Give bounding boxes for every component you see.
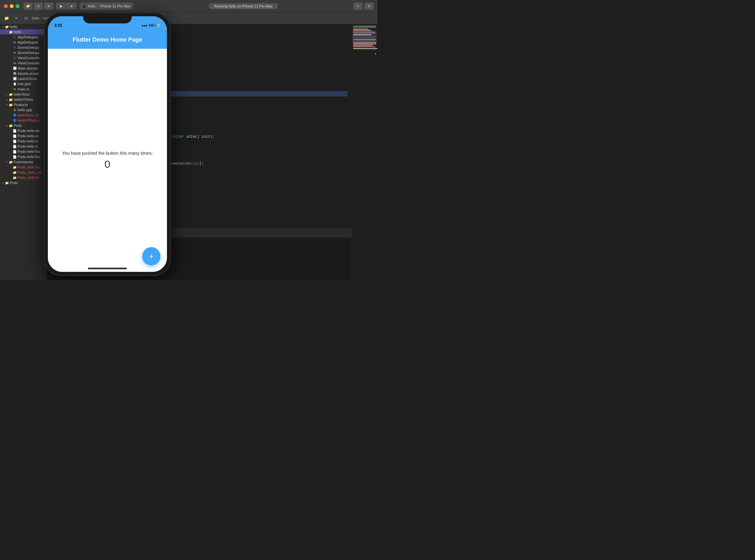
h-file-icon: h: [12, 45, 17, 50]
spacer: [9, 155, 12, 158]
sidebar-item-hellotests-xct[interactable]: 🔵 helloTests.xct: [0, 113, 47, 118]
minimize-button[interactable]: [10, 4, 14, 8]
sidebar-item-appdelegate-m[interactable]: m AppDelegate.: [0, 40, 47, 45]
sidebar-item-viewcontroller-h[interactable]: h ViewControlle: [0, 55, 47, 60]
minimap-line: [353, 48, 377, 49]
close-button[interactable]: [4, 4, 8, 8]
sidebar-label: helloUITests: [14, 98, 33, 101]
minimap-line: [353, 28, 376, 28]
breadcrumb-project[interactable]: hello: [32, 16, 39, 20]
sidebar-item-pods-hello-fra[interactable]: 📁 Pods_hello.fra: [0, 164, 47, 170]
sidebar-label: Pods: [10, 181, 18, 185]
spacer: [9, 134, 12, 138]
sidebar-item-hello-group[interactable]: ▾ 📁 hello: [0, 29, 47, 35]
sidebar-label: ViewControlle: [18, 61, 40, 65]
sidebar-item-hellouitests-xct[interactable]: 🔵 helloUITests.x: [0, 118, 47, 123]
spacer: [9, 140, 12, 143]
sidebar-item-pods-hello-re[interactable]: 📄 Pods-hello.re: [0, 133, 47, 139]
scheme-selector[interactable]: 📱 hello › iPhone 11 Pro Max: [79, 3, 133, 10]
folder-icon: 📁: [12, 175, 17, 180]
sidebar-label: Pods-hello.de: [18, 129, 39, 133]
counter-value: 0: [104, 158, 110, 171]
split-view-button[interactable]: ⊟: [365, 3, 373, 10]
minimap-line: [353, 27, 376, 27]
signal-icon: ●●●: [141, 24, 148, 27]
m-file-icon: m: [12, 40, 17, 44]
traffic-lights: [4, 4, 20, 8]
spacer: [9, 82, 12, 85]
chevron-right-icon: ▸: [1, 181, 4, 184]
sidebar-item-pods-hellote[interactable]: 📁 Pods_helloTe: [0, 175, 47, 180]
hide-icon[interactable]: ✕: [12, 14, 20, 22]
spacer: [9, 145, 12, 148]
sidebar-item-helloapp[interactable]: ⚙ hello.app: [0, 107, 47, 113]
sidebar-item-appdelegate-h[interactable]: h AppDelegate.: [0, 35, 47, 40]
fab-button[interactable]: +: [142, 247, 160, 265]
spacer: [9, 61, 12, 65]
sidebar-item-hello-root[interactable]: ▾ 📁 hello: [0, 24, 47, 29]
sidebar-item-launchscreen[interactable]: ⬜ LaunchScre: [0, 76, 47, 81]
debug-banner: DEBUG: [154, 31, 167, 34]
sidebar-label: Assets.xcass: [18, 72, 38, 76]
toolbar-right: ≡ ⊟: [353, 3, 373, 10]
folder-nav-icon[interactable]: 📁: [3, 14, 11, 22]
sidebar-item-mainstoryboard[interactable]: ⬜ Main.storybo: [0, 66, 47, 71]
folder-icon[interactable]: 📁: [23, 3, 33, 10]
h-file-icon: h: [12, 56, 17, 60]
sidebar-label: Pods_hello.fra: [18, 165, 40, 169]
breadcrumb-sep-1: ›: [41, 16, 42, 20]
sidebar-item-pods-hello-he[interactable]: 📁 Pods_hello_he: [0, 170, 47, 175]
list-view-button[interactable]: ≡: [353, 3, 363, 10]
sidebar-label: helloUITests.x: [18, 118, 40, 122]
sidebar-item-pods-hello-h2[interactable]: 📄 Pods-hello-h: [0, 144, 47, 149]
plist-icon: 📋: [12, 82, 17, 86]
sidebar-item-scenedelegate-m[interactable]: m SceneDelega: [0, 50, 47, 55]
minimap-line: [353, 45, 373, 46]
folder-icon: 📁: [8, 123, 13, 128]
spacer: [9, 171, 12, 174]
folder-icon: 📁: [12, 170, 17, 175]
spacer: [9, 108, 12, 112]
stop-button[interactable]: ■: [66, 3, 77, 10]
sidebar-label: SceneDelega: [18, 45, 39, 49]
sidebar-item-pods-group[interactable]: ▾ 📁 Pods: [0, 123, 47, 128]
sidebar-label-products: Products: [14, 103, 28, 107]
sidebar-item-hellouitests[interactable]: ▸ 📁 helloUITests: [0, 97, 47, 102]
app-icon: ⚙: [12, 108, 17, 112]
minimap-error-dot: [375, 53, 376, 55]
sidebar-item-mainm[interactable]: m main.m: [0, 86, 47, 92]
spacer: [9, 72, 12, 75]
split-icon[interactable]: ⊟: [22, 14, 30, 22]
editor-icon[interactable]: ⊟: [34, 3, 43, 10]
xct-icon: 🔵: [12, 118, 17, 123]
sidebar-item-pods-hellotes1[interactable]: 📄 Pods-helloTes: [0, 149, 47, 154]
sidebar-item-frameworks[interactable]: ▾ 📁 Frameworks: [0, 159, 47, 164]
folder-icon: 📁: [8, 29, 13, 34]
sidebar-label: hello.app: [18, 108, 32, 112]
chevron-down-icon: ▾: [5, 103, 8, 106]
view-icon[interactable]: ⊞: [44, 3, 53, 10]
push-text: You have pushed the button this many tim…: [62, 151, 153, 156]
scheme-name: hello: [88, 4, 95, 8]
spacer: [9, 87, 12, 91]
sidebar-item-scenedelegate-h[interactable]: h SceneDelega: [0, 45, 47, 50]
sidebar-item-pods-hellotes2[interactable]: 📄 Pods-helloTes: [0, 154, 47, 159]
sidebar-item-viewcontroller-m[interactable]: m ViewControlle: [0, 60, 47, 66]
sidebar-item-infoplist[interactable]: 📋 Info.plist: [0, 81, 47, 86]
sidebar-item-hellotests[interactable]: ▸ 📁 helloTests: [0, 92, 47, 97]
chevron-right-icon: ▸: [5, 98, 8, 101]
chevron-down-icon: ▾: [5, 160, 8, 164]
maximize-button[interactable]: [16, 4, 20, 8]
sidebar-item-pods-root[interactable]: ▸ 📁 Pods: [0, 180, 47, 185]
sidebar-item-pods-hello-de[interactable]: 📄 Pods-hello.de: [0, 128, 47, 133]
minimap-line: [353, 26, 376, 26]
sidebar-item-products[interactable]: ▾ 📁 Products: [0, 102, 47, 107]
appbar-title: Flutter Demo Home Page: [73, 36, 142, 43]
spacer: [9, 51, 12, 54]
iphone-appbar: Flutter Demo Home Page DEBUG: [48, 31, 167, 49]
spacer: [9, 129, 12, 132]
status-time: 3:31: [54, 23, 62, 28]
sidebar-item-assets[interactable]: 🎨 Assets.xcass: [0, 71, 47, 76]
run-button[interactable]: ▶: [56, 3, 66, 10]
sidebar-item-pods-hello-h1[interactable]: 📄 Pods-hello-h: [0, 139, 47, 144]
